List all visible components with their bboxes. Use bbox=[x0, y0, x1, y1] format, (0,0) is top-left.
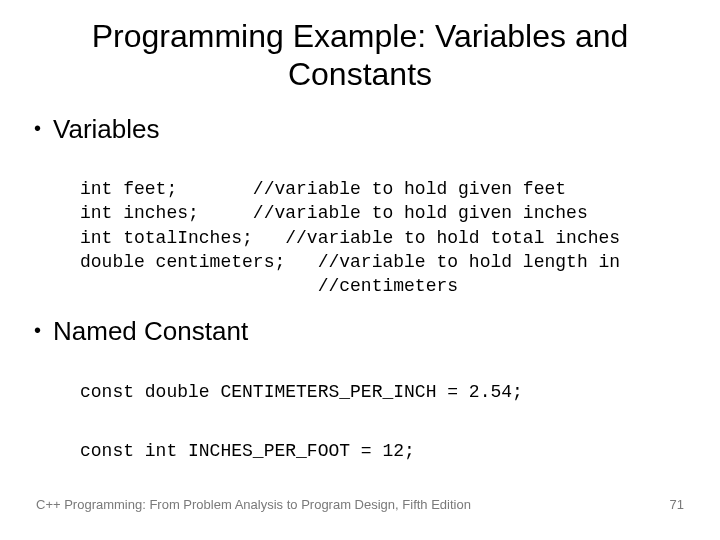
footer-book-title: C++ Programming: From Problem Analysis t… bbox=[36, 497, 471, 512]
slide: Programming Example: Variables and Const… bbox=[0, 0, 720, 540]
code-line: int feet; //variable to hold given feet bbox=[80, 179, 566, 199]
code-block-constants: const double CENTIMETERS_PER_INCH = 2.54… bbox=[80, 356, 680, 463]
footer-page-number: 71 bbox=[670, 497, 684, 512]
code-line: //centimeters bbox=[80, 276, 458, 296]
code-line: int inches; //variable to hold given inc… bbox=[80, 203, 588, 223]
code-line: int totalInches; //variable to hold tota… bbox=[80, 228, 620, 248]
code-line: const int INCHES_PER_FOOT = 12; bbox=[80, 441, 415, 461]
slide-title: Programming Example: Variables and Const… bbox=[40, 18, 680, 94]
bullet-label-constants: Named Constant bbox=[53, 316, 248, 347]
bullet-dot-icon: • bbox=[34, 316, 41, 344]
bullet-variables: • Variables bbox=[40, 114, 680, 145]
bullet-label-variables: Variables bbox=[53, 114, 159, 145]
bullet-dot-icon: • bbox=[34, 114, 41, 142]
code-block-variables: int feet; //variable to hold given feet … bbox=[80, 153, 680, 299]
code-line: double centimeters; //variable to hold l… bbox=[80, 252, 620, 272]
bullet-constants: • Named Constant bbox=[40, 316, 680, 347]
code-line: const double CENTIMETERS_PER_INCH = 2.54… bbox=[80, 382, 523, 402]
